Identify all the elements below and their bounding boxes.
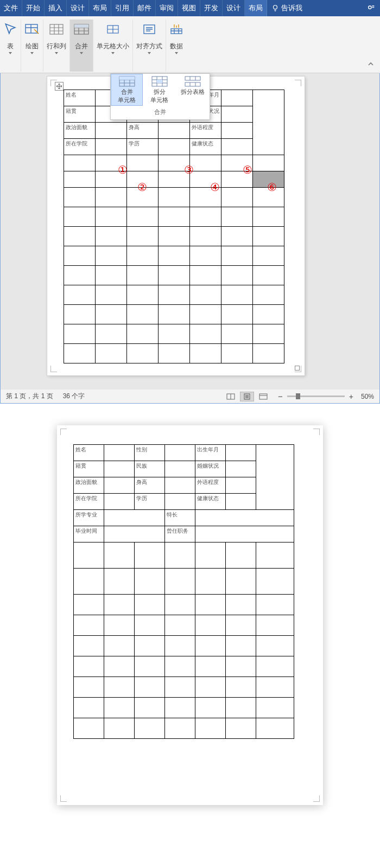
table-move-handle[interactable]: [55, 82, 64, 91]
ribbon-label-table: 表: [7, 42, 14, 50]
svg-point-1: [369, 6, 371, 9]
cell-politics: 政治面貌: [74, 477, 104, 494]
split-cells-icon: [151, 76, 168, 87]
share-icon[interactable]: [365, 4, 378, 12]
chevron-up-icon: [367, 61, 375, 67]
cell-specialty: 特长: [165, 510, 195, 526]
result-preview: 姓名 性别 出生年月 籍贯 民族 婚姻状况 政治面貌 身高 外语程度 所在学院 …: [0, 404, 380, 838]
tab-design[interactable]: 设计: [67, 0, 89, 16]
zoom-out-button[interactable]: −: [278, 392, 283, 401]
cell-college: 所在学院: [74, 494, 104, 510]
status-page[interactable]: 第 1 页，共 1 页: [6, 392, 53, 401]
cell-height[interactable]: 身高: [127, 123, 159, 139]
split-cells-label: 拆分 单元格: [143, 88, 176, 104]
merge-group-title: 合并: [111, 106, 210, 119]
align-icon: [142, 23, 157, 35]
merge-cells-icon: [119, 76, 135, 87]
ribbon-label-cellsize: 单元格大小: [97, 42, 129, 50]
tab-home[interactable]: 开始: [22, 0, 45, 16]
document-area[interactable]: 姓名 年月 籍贯 犬况 政治面貌 身高 外语程度 所在学院 学历: [0, 73, 380, 390]
tell-me[interactable]: 告诉我: [267, 3, 307, 13]
cell-marital: 婚姻状况: [195, 461, 226, 477]
cell-gradtime: 毕业时间: [74, 526, 104, 542]
lightbulb-icon: [271, 4, 279, 12]
status-words[interactable]: 36 个字: [63, 392, 85, 401]
tab-mailings[interactable]: 邮件: [134, 0, 156, 16]
chevron-down-icon: [30, 52, 34, 54]
tab-insert[interactable]: 插入: [45, 0, 67, 16]
result-table: 姓名 性别 出生年月 籍贯 民族 婚姻状况 政治面貌 身高 外语程度 所在学院 …: [73, 444, 294, 739]
cell-health[interactable]: 健康状态: [190, 139, 221, 155]
tab-table-layout[interactable]: 布局: [245, 0, 267, 16]
merge-dropdown: 合并 单元格 拆分 单元格 拆分表格 合并: [110, 73, 210, 120]
tell-me-label: 告诉我: [281, 3, 302, 13]
ribbon-group-data[interactable]: 数据: [166, 20, 187, 72]
read-view-icon: [226, 393, 235, 400]
cell-native: 籍贯: [74, 461, 104, 477]
form-table[interactable]: 姓名 年月 籍贯 犬况 政治面貌 身高 外语程度 所在学院 学历: [64, 90, 284, 363]
ribbon-label-data: 数据: [170, 42, 183, 50]
cursor-icon: [3, 22, 17, 36]
rowcol-icon: [49, 23, 64, 35]
ribbon-group-cellsize[interactable]: 单元格大小: [93, 20, 133, 72]
crop-mark: [60, 795, 67, 802]
ribbon-group-table[interactable]: 表: [0, 20, 21, 72]
merge-icon: [73, 23, 90, 35]
print-view-icon: [243, 393, 251, 400]
ribbon-group-align[interactable]: 对齐方式: [133, 20, 166, 72]
crop-mark: [295, 80, 301, 86]
statusbar: 第 1 页，共 1 页 36 个字 − + 50%: [0, 390, 380, 404]
cell-foreign: 外语程度: [195, 477, 226, 494]
view-print-button[interactable]: [240, 392, 254, 401]
cell-name: 姓名: [74, 445, 104, 461]
status-zoom[interactable]: 50%: [353, 393, 374, 400]
split-table-option[interactable]: 拆分表格: [176, 74, 209, 106]
view-read-button[interactable]: [224, 392, 238, 401]
tab-file[interactable]: 文件: [0, 0, 22, 16]
svg-rect-12: [157, 80, 162, 83]
svg-rect-13: [185, 76, 200, 80]
cell-edu[interactable]: 学历: [127, 139, 159, 155]
annotation-6: ⑥: [267, 181, 277, 194]
cell-native[interactable]: 籍贯: [64, 106, 96, 123]
view-web-button[interactable]: [256, 392, 270, 401]
split-table-label: 拆分表格: [176, 88, 209, 96]
zoom-slider[interactable]: [287, 395, 345, 397]
collapse-ribbon-button[interactable]: [367, 60, 375, 69]
cell-politics[interactable]: 政治面貌: [64, 123, 96, 139]
result-page: 姓名 性别 出生年月 籍贯 民族 婚姻状况 政治面貌 身高 外语程度 所在学院 …: [57, 425, 323, 805]
ribbon-label-draw: 绘图: [26, 42, 39, 50]
ribbon-label-align: 对齐方式: [136, 42, 162, 50]
cell-college[interactable]: 所在学院: [64, 139, 96, 155]
zoom-in-button[interactable]: +: [349, 392, 353, 401]
cell-name[interactable]: 姓名: [64, 90, 96, 106]
tab-developer[interactable]: 开发: [200, 0, 223, 16]
move-icon: [56, 84, 62, 89]
ribbon-group-draw[interactable]: 绘图: [21, 20, 43, 72]
cell-gender: 性别: [135, 445, 165, 461]
split-cells-option[interactable]: 拆分 单元格: [143, 74, 176, 106]
cell-edu: 学历: [135, 494, 165, 510]
cell-major: 所学专业: [74, 510, 104, 526]
crop-mark: [50, 366, 57, 372]
cell-duty: 曾任职务: [165, 526, 195, 542]
tab-layout[interactable]: 布局: [89, 0, 111, 16]
cell-photo[interactable]: [253, 90, 284, 155]
table-resize-handle[interactable]: [295, 366, 300, 371]
svg-rect-14: [185, 82, 200, 86]
tab-table-design[interactable]: 设计: [223, 0, 245, 16]
chevron-down-icon: [9, 52, 12, 54]
tab-review[interactable]: 审阅: [156, 0, 178, 16]
ribbon-group-merge[interactable]: 合并: [70, 20, 93, 72]
zoom-knob[interactable]: [296, 393, 300, 399]
tab-view[interactable]: 视图: [178, 0, 200, 16]
ribbon: 表 绘图 行和列 合并 单元格大小 对齐方式: [0, 16, 380, 73]
annotation-4: ④: [210, 181, 220, 194]
ribbon-group-rowcol[interactable]: 行和列: [43, 20, 70, 72]
cellsize-icon: [105, 23, 121, 35]
page: 姓名 年月 籍贯 犬况 政治面貌 身高 外语程度 所在学院 学历: [47, 76, 305, 375]
cell-foreign[interactable]: 外语程度: [190, 123, 221, 139]
ribbon-label-rowcol: 行和列: [47, 42, 66, 50]
merge-cells-option[interactable]: 合并 单元格: [111, 74, 143, 106]
tab-references[interactable]: 引用: [111, 0, 134, 16]
